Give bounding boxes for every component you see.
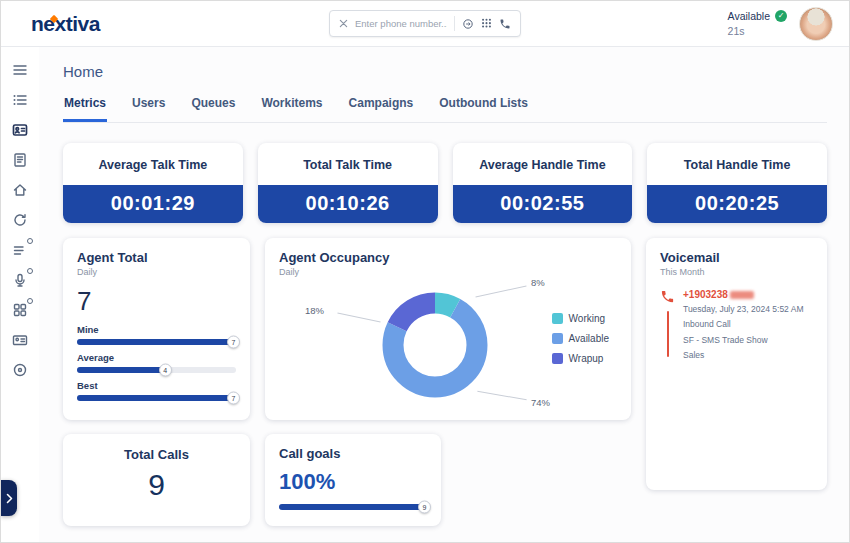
clear-icon[interactable] bbox=[339, 19, 348, 28]
page-title: Home bbox=[63, 63, 827, 80]
card-subtitle: Daily bbox=[77, 267, 236, 277]
tab-outbound-lists[interactable]: Outbound Lists bbox=[438, 92, 529, 122]
apps-badge bbox=[27, 298, 33, 304]
nextiva-logo: nextiva bbox=[17, 12, 100, 36]
progress-badge: 7 bbox=[227, 336, 240, 349]
headset-icon[interactable] bbox=[11, 271, 29, 289]
status-available-icon: ✓ bbox=[775, 10, 787, 22]
sync-icon[interactable] bbox=[11, 211, 29, 229]
id-card-icon[interactable] bbox=[11, 331, 29, 349]
legend-swatch bbox=[552, 353, 563, 364]
dialer-bar bbox=[329, 10, 521, 37]
metric-title: Total Handle Time bbox=[647, 143, 827, 185]
tasks-icon[interactable] bbox=[11, 241, 29, 259]
phone-number-input[interactable] bbox=[355, 18, 447, 29]
bar-label: Average bbox=[77, 352, 236, 363]
chart-legend: Working Available Wrapup bbox=[552, 313, 609, 364]
voicemail-call-icon bbox=[660, 289, 675, 308]
progress-fill: 7 bbox=[77, 395, 236, 401]
legend-item-available: Available bbox=[552, 333, 609, 344]
progress-track: 7 bbox=[77, 339, 236, 345]
user-avatar[interactable] bbox=[799, 7, 833, 41]
metric-card-avg-talk: Average Talk Time 00:01:29 bbox=[63, 143, 243, 223]
metric-card-row: Average Talk Time 00:01:29 Total Talk Ti… bbox=[63, 143, 827, 223]
logo-text: nextiva bbox=[31, 12, 100, 35]
metric-title: Average Handle Time bbox=[453, 143, 633, 185]
card-title: Agent Total bbox=[77, 250, 236, 265]
tab-campaigns[interactable]: Campaigns bbox=[348, 92, 415, 122]
metric-value: 00:02:55 bbox=[453, 185, 633, 223]
status-label: Available bbox=[728, 9, 770, 23]
tasks-badge bbox=[27, 238, 33, 244]
donut-label-wrapup: 18% bbox=[305, 305, 324, 316]
voicemail-number[interactable]: +1903238 bbox=[683, 289, 804, 300]
metric-card-total-handle: Total Handle Time 00:20:25 bbox=[647, 143, 827, 223]
transfer-call-icon[interactable] bbox=[462, 18, 474, 30]
metric-value: 00:10:26 bbox=[258, 185, 438, 223]
progress-fill: 7 bbox=[77, 339, 236, 345]
progress-track: 4 bbox=[77, 367, 236, 373]
main-content: Home Metrics Users Queues Workitems Camp… bbox=[39, 47, 849, 542]
tab-queues[interactable]: Queues bbox=[190, 92, 236, 122]
sessions-icon[interactable] bbox=[11, 361, 29, 379]
redacted-digits bbox=[730, 291, 754, 299]
progress-badge: 4 bbox=[159, 364, 172, 377]
agent-occupancy-card: Agent Occupancy Daily 8% 18% 74% Working bbox=[265, 238, 631, 420]
topbar: nextiva Available ✓ 21s bbox=[1, 1, 849, 47]
occupancy-chart: 8% 18% 74% Working Available bbox=[279, 279, 617, 419]
call-goals-card: Call goals 100% 9 bbox=[265, 434, 441, 526]
progress-track: 7 bbox=[77, 395, 236, 401]
bar-row-mine: Mine 7 bbox=[77, 324, 236, 345]
apps-grid-icon[interactable] bbox=[11, 301, 29, 319]
donut-label-available: 74% bbox=[531, 397, 550, 408]
progress-track: 9 bbox=[279, 504, 427, 510]
tab-metrics[interactable]: Metrics bbox=[63, 92, 107, 122]
card-subtitle: Daily bbox=[279, 267, 617, 277]
metric-card-total-talk: Total Talk Time 00:10:26 bbox=[258, 143, 438, 223]
dialpad-icon[interactable] bbox=[481, 18, 492, 30]
agent-total-value: 7 bbox=[77, 286, 236, 317]
tab-users[interactable]: Users bbox=[131, 92, 166, 122]
progress-fill: 9 bbox=[279, 504, 427, 510]
dashboard-grid: Agent Total Daily 7 Mine 7 Average 4 bbox=[63, 238, 827, 526]
call-goals-value: 100% bbox=[279, 469, 427, 495]
legend-item-wrapup: Wrapup bbox=[552, 353, 609, 364]
legend-swatch bbox=[552, 333, 563, 344]
agent-total-card: Agent Total Daily 7 Mine 7 Average 4 bbox=[63, 238, 250, 420]
bar-row-best: Best 7 bbox=[77, 380, 236, 401]
voicemail-source: SF - SMS Trade Show bbox=[683, 334, 804, 346]
contacts-icon[interactable] bbox=[11, 121, 29, 139]
notes-icon[interactable] bbox=[11, 151, 29, 169]
chevron-right-icon bbox=[6, 493, 13, 504]
menu-icon[interactable] bbox=[11, 61, 29, 79]
total-calls-card: Total Calls 9 bbox=[63, 434, 250, 526]
bar-row-average: Average 4 bbox=[77, 352, 236, 373]
voicemail-number-text: +1903238 bbox=[683, 289, 728, 300]
sidebar-expand-button[interactable] bbox=[1, 480, 17, 516]
sidebar-nav bbox=[1, 47, 39, 542]
voicemail-team: Sales bbox=[683, 349, 804, 361]
bar-label: Best bbox=[77, 380, 236, 391]
legend-label: Working bbox=[569, 313, 606, 324]
agenda-list-icon[interactable] bbox=[11, 91, 29, 109]
status-timer: 21s bbox=[728, 24, 787, 38]
metric-title: Total Talk Time bbox=[258, 143, 438, 185]
occupancy-donut bbox=[375, 285, 495, 405]
divider bbox=[454, 16, 455, 31]
home-icon[interactable] bbox=[11, 181, 29, 199]
voicemail-entry[interactable]: +1903238 Tuesday, July 23, 2024 5:52 AM … bbox=[660, 289, 813, 361]
headset-badge bbox=[27, 268, 33, 274]
call-icon[interactable] bbox=[499, 18, 511, 30]
voicemail-direction: Inbound Call bbox=[683, 318, 804, 330]
card-title: Agent Occupancy bbox=[279, 250, 617, 265]
tab-workitems[interactable]: Workitems bbox=[260, 92, 323, 122]
metric-value: 00:20:25 bbox=[647, 185, 827, 223]
donut-label-working: 8% bbox=[531, 277, 545, 288]
tab-bar: Metrics Users Queues Workitems Campaigns… bbox=[63, 92, 827, 123]
card-subtitle: This Month bbox=[660, 267, 813, 277]
card-title: Total Calls bbox=[63, 447, 250, 462]
agent-status[interactable]: Available ✓ 21s bbox=[728, 9, 787, 37]
legend-label: Available bbox=[569, 333, 609, 344]
bar-label: Mine bbox=[77, 324, 236, 335]
progress-badge: 7 bbox=[227, 392, 240, 405]
